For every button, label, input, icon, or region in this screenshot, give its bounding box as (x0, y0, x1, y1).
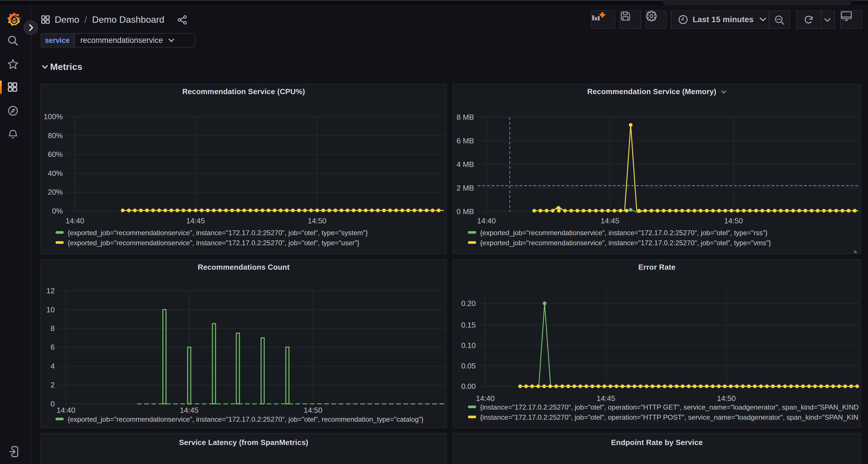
svg-text:60%: 60% (48, 150, 63, 159)
svg-text:0.10: 0.10 (461, 341, 476, 350)
svg-text:12: 12 (46, 287, 55, 295)
svg-text:8: 8 (51, 324, 55, 333)
svg-text:4 MB: 4 MB (457, 160, 474, 169)
svg-text:0: 0 (51, 400, 55, 408)
svg-text:14:50: 14:50 (717, 394, 736, 403)
svg-text:8 MB: 8 MB (457, 113, 474, 122)
svg-text:0.00: 0.00 (461, 382, 476, 391)
svg-text:0.15: 0.15 (461, 321, 476, 329)
svg-text:14:45: 14:45 (180, 406, 198, 415)
svg-text:14:50: 14:50 (724, 217, 743, 225)
svg-text:2 MB: 2 MB (457, 184, 474, 192)
svg-text:14:50: 14:50 (304, 406, 322, 415)
svg-text:0.20: 0.20 (461, 299, 476, 308)
svg-text:80%: 80% (48, 131, 63, 140)
svg-text:6 MB: 6 MB (457, 136, 474, 145)
svg-text:100%: 100% (44, 112, 63, 121)
svg-text:0.05: 0.05 (461, 362, 476, 370)
svg-text:14:50: 14:50 (308, 217, 326, 225)
svg-text:0%: 0% (52, 207, 63, 215)
svg-text:14:40: 14:40 (477, 217, 496, 225)
svg-text:14:40: 14:40 (65, 217, 84, 225)
svg-text:14:45: 14:45 (186, 217, 205, 225)
svg-text:40%: 40% (48, 169, 63, 177)
svg-text:14:40: 14:40 (476, 394, 494, 403)
svg-text:20%: 20% (48, 188, 63, 196)
svg-text:14:40: 14:40 (57, 406, 75, 415)
svg-text:4: 4 (51, 362, 55, 370)
svg-text:2: 2 (51, 380, 55, 389)
svg-text:6: 6 (51, 343, 55, 352)
svg-text:0 MB: 0 MB (457, 207, 474, 216)
svg-text:14:45: 14:45 (596, 394, 615, 403)
svg-text:10: 10 (46, 305, 55, 314)
svg-text:14:45: 14:45 (600, 217, 619, 225)
